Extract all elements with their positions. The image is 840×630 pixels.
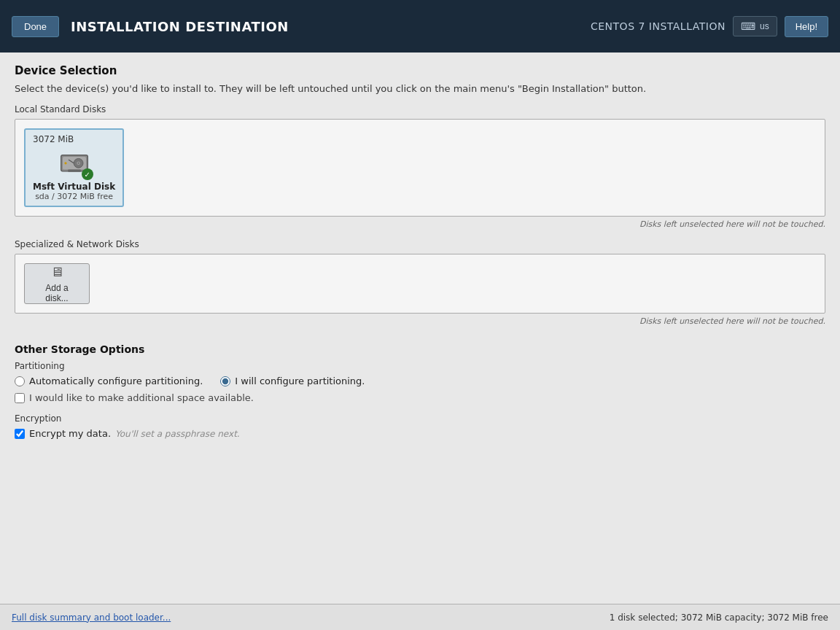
local-disks-hint: Disks left unselected here will not be t… [15, 219, 825, 229]
specialized-disks-box: 🖥 Add a disk... [15, 254, 825, 314]
full-disk-summary-link[interactable]: Full disk summary and boot loader... [12, 612, 171, 623]
manual-partition-option[interactable]: I will configure partitioning. [220, 376, 365, 386]
disk-item[interactable]: 3072 MiB [24, 128, 124, 207]
disk-name: Msft Virtual Disk [33, 182, 115, 192]
header: Done INSTALLATION DESTINATION CENTOS 7 I… [0, 0, 840, 52]
disk-selected-badge: ✓ [82, 168, 93, 180]
header-left: Done INSTALLATION DESTINATION [12, 16, 289, 37]
encrypt-passphrase-note: You'll set a passphrase next. [115, 429, 240, 439]
help-button[interactable]: Help! [785, 16, 828, 37]
specialized-disks-label: Specialized & Network Disks [15, 239, 825, 249]
svg-point-6 [64, 162, 66, 164]
local-disks-box: 3072 MiB [15, 119, 825, 217]
additional-space-checkbox[interactable] [15, 393, 25, 403]
encrypt-label: Encrypt my data. [29, 428, 111, 439]
page-title: INSTALLATION DESTINATION [71, 19, 289, 34]
specialized-disks-hint: Disks left unselected here will not be t… [15, 316, 825, 326]
device-selection-heading: Device Selection [15, 64, 825, 77]
local-disks-label: Local Standard Disks [15, 104, 825, 114]
disk-size: 3072 MiB [33, 134, 74, 144]
partitioning-label: Partitioning [15, 361, 825, 371]
encrypt-checkbox[interactable] [15, 429, 25, 439]
additional-space-label: I would like to make additional space av… [29, 392, 254, 403]
device-selection-section: Device Selection Select the device(s) yo… [15, 64, 825, 336]
centos-title: CENTOS 7 INSTALLATION [591, 20, 726, 32]
additional-space-option[interactable]: I would like to make additional space av… [15, 392, 825, 403]
footer: Full disk summary and boot loader... 1 d… [0, 604, 840, 630]
keyboard-layout-label: us [760, 21, 769, 31]
auto-partition-radio[interactable] [15, 376, 25, 386]
encryption-label: Encryption [15, 413, 825, 424]
svg-point-4 [77, 163, 79, 164]
keyboard-layout-button[interactable]: ⌨ us [733, 16, 777, 36]
add-disk-icon: 🖥 [50, 265, 63, 280]
manual-partition-label: I will configure partitioning. [235, 376, 365, 386]
manual-partition-radio[interactable] [220, 376, 230, 386]
device-selection-description: Select the device(s) you'd like to insta… [15, 83, 825, 94]
main-content: Device Selection Select the device(s) yo… [0, 52, 840, 604]
keyboard-icon: ⌨ [741, 20, 755, 32]
header-right: CENTOS 7 INSTALLATION ⌨ us Help! [591, 16, 828, 37]
add-disk-label: Add a disk... [35, 283, 79, 303]
other-storage-section: Other Storage Options Partitioning Autom… [15, 343, 825, 439]
add-disk-button[interactable]: 🖥 Add a disk... [24, 263, 90, 304]
encrypt-row: Encrypt my data. You'll set a passphrase… [15, 428, 825, 439]
other-storage-heading: Other Storage Options [15, 343, 825, 355]
disk-path: sda / 3072 MiB free [35, 192, 113, 201]
auto-partition-option[interactable]: Automatically configure partitioning. [15, 376, 203, 386]
disk-status-text: 1 disk selected; 3072 MiB capacity; 3072… [610, 612, 828, 623]
done-button[interactable]: Done [12, 16, 59, 37]
partitioning-options: Automatically configure partitioning. I … [15, 376, 825, 386]
auto-partition-label: Automatically configure partitioning. [29, 376, 203, 386]
svg-rect-7 [68, 170, 81, 172]
disk-icon-wrapper: ✓ [60, 150, 89, 177]
